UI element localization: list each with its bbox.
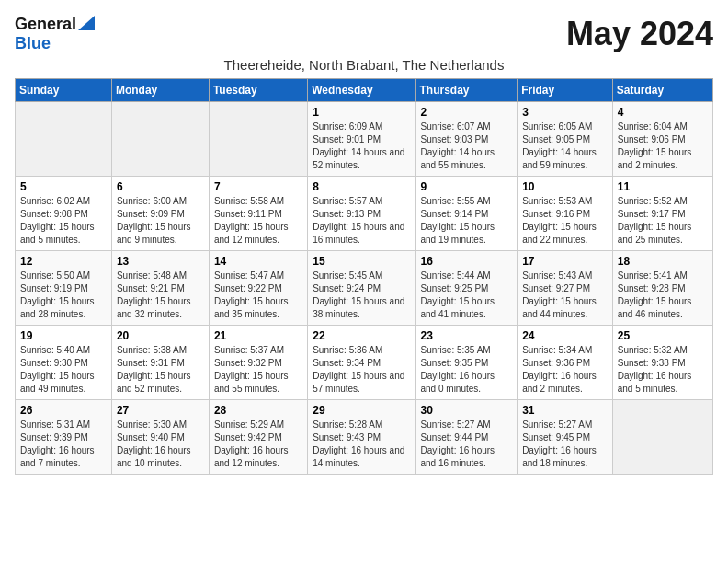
table-row: 26Sunrise: 5:31 AMSunset: 9:39 PMDayligh… — [16, 400, 112, 475]
day-number: 23 — [421, 329, 513, 342]
col-saturday: Saturday — [612, 79, 712, 102]
day-number: 26 — [20, 404, 107, 417]
day-number: 7 — [214, 180, 302, 193]
table-row — [612, 400, 712, 475]
day-number: 28 — [214, 404, 302, 417]
table-row — [209, 102, 307, 177]
day-number: 10 — [522, 180, 608, 193]
table-row: 31Sunrise: 5:27 AMSunset: 9:45 PMDayligh… — [518, 400, 613, 475]
day-number: 15 — [313, 255, 410, 268]
table-row: 2Sunrise: 6:07 AMSunset: 9:03 PMDaylight… — [415, 102, 518, 177]
day-info: Sunrise: 6:09 AMSunset: 9:01 PMDaylight:… — [313, 121, 410, 172]
day-number: 19 — [20, 329, 107, 342]
table-row: 4Sunrise: 6:04 AMSunset: 9:06 PMDaylight… — [612, 102, 712, 177]
day-info: Sunrise: 5:27 AMSunset: 9:45 PMDaylight:… — [522, 419, 608, 470]
subtitle: Theereheide, North Brabant, The Netherla… — [15, 57, 713, 73]
table-row: 17Sunrise: 5:43 AMSunset: 9:27 PMDayligh… — [518, 251, 613, 326]
table-row — [111, 102, 209, 177]
header: General Blue May 2024 — [15, 15, 713, 53]
table-row: 12Sunrise: 5:50 AMSunset: 9:19 PMDayligh… — [16, 251, 112, 326]
table-row: 6Sunrise: 6:00 AMSunset: 9:09 PMDaylight… — [111, 177, 209, 251]
table-row: 3Sunrise: 6:05 AMSunset: 9:05 PMDaylight… — [518, 102, 613, 177]
day-info: Sunrise: 5:43 AMSunset: 9:27 PMDaylight:… — [522, 270, 608, 321]
day-info: Sunrise: 5:47 AMSunset: 9:22 PMDaylight:… — [214, 270, 302, 321]
day-info: Sunrise: 5:50 AMSunset: 9:19 PMDaylight:… — [20, 270, 107, 321]
table-row: 24Sunrise: 5:34 AMSunset: 9:36 PMDayligh… — [518, 326, 613, 400]
table-row: 9Sunrise: 5:55 AMSunset: 9:14 PMDaylight… — [415, 177, 518, 251]
day-number: 17 — [522, 255, 608, 268]
day-info: Sunrise: 5:55 AMSunset: 9:14 PMDaylight:… — [421, 195, 513, 247]
day-number: 21 — [214, 329, 302, 342]
day-number: 11 — [618, 180, 708, 193]
day-number: 2 — [421, 106, 513, 119]
day-number: 14 — [214, 255, 302, 268]
calendar-week-row: 5Sunrise: 6:02 AMSunset: 9:08 PMDaylight… — [16, 177, 713, 251]
col-sunday: Sunday — [16, 79, 112, 102]
col-friday: Friday — [518, 79, 613, 102]
table-row: 30Sunrise: 5:27 AMSunset: 9:44 PMDayligh… — [415, 400, 518, 475]
col-tuesday: Tuesday — [209, 79, 307, 102]
table-row: 16Sunrise: 5:44 AMSunset: 9:25 PMDayligh… — [415, 251, 518, 326]
day-info: Sunrise: 5:57 AMSunset: 9:13 PMDaylight:… — [313, 195, 410, 247]
table-row: 10Sunrise: 5:53 AMSunset: 9:16 PMDayligh… — [518, 177, 613, 251]
day-number: 18 — [618, 255, 708, 268]
table-row: 19Sunrise: 5:40 AMSunset: 9:30 PMDayligh… — [16, 326, 112, 400]
day-info: Sunrise: 5:58 AMSunset: 9:11 PMDaylight:… — [214, 195, 302, 247]
day-number: 31 — [522, 404, 608, 417]
table-row: 5Sunrise: 6:02 AMSunset: 9:08 PMDaylight… — [16, 177, 112, 251]
day-info: Sunrise: 6:02 AMSunset: 9:08 PMDaylight:… — [20, 195, 107, 247]
day-info: Sunrise: 5:44 AMSunset: 9:25 PMDaylight:… — [421, 270, 513, 321]
logo-icon — [78, 16, 95, 30]
day-number: 6 — [117, 180, 204, 193]
day-info: Sunrise: 5:36 AMSunset: 9:34 PMDaylight:… — [313, 344, 410, 396]
day-number: 24 — [522, 329, 608, 342]
logo-blue-text: Blue — [15, 34, 51, 52]
col-monday: Monday — [111, 79, 209, 102]
day-info: Sunrise: 5:31 AMSunset: 9:39 PMDaylight:… — [20, 419, 107, 470]
table-row: 13Sunrise: 5:48 AMSunset: 9:21 PMDayligh… — [111, 251, 209, 326]
table-row: 18Sunrise: 5:41 AMSunset: 9:28 PMDayligh… — [612, 251, 712, 326]
calendar-week-row: 19Sunrise: 5:40 AMSunset: 9:30 PMDayligh… — [16, 326, 713, 400]
day-number: 4 — [618, 106, 708, 119]
table-row: 27Sunrise: 5:30 AMSunset: 9:40 PMDayligh… — [111, 400, 209, 475]
table-row: 20Sunrise: 5:38 AMSunset: 9:31 PMDayligh… — [111, 326, 209, 400]
day-info: Sunrise: 5:53 AMSunset: 9:16 PMDaylight:… — [522, 195, 608, 247]
logo-general-text: General — [15, 15, 76, 34]
table-row: 15Sunrise: 5:45 AMSunset: 9:24 PMDayligh… — [308, 251, 415, 326]
calendar-header-row: Sunday Monday Tuesday Wednesday Thursday… — [16, 79, 713, 102]
day-number: 29 — [313, 404, 410, 417]
table-row: 29Sunrise: 5:28 AMSunset: 9:43 PMDayligh… — [308, 400, 415, 475]
table-row — [16, 102, 112, 177]
svg-marker-0 — [78, 16, 95, 30]
table-row: 1Sunrise: 6:09 AMSunset: 9:01 PMDaylight… — [308, 102, 415, 177]
day-number: 5 — [20, 180, 107, 193]
day-number: 27 — [117, 404, 204, 417]
logo: General Blue — [15, 15, 95, 53]
day-number: 3 — [522, 106, 608, 119]
day-info: Sunrise: 5:40 AMSunset: 9:30 PMDaylight:… — [20, 344, 107, 396]
day-info: Sunrise: 6:05 AMSunset: 9:05 PMDaylight:… — [522, 121, 608, 172]
day-number: 22 — [313, 329, 410, 342]
day-number: 30 — [421, 404, 513, 417]
calendar-week-row: 26Sunrise: 5:31 AMSunset: 9:39 PMDayligh… — [16, 400, 713, 475]
day-number: 13 — [117, 255, 204, 268]
day-number: 20 — [117, 329, 204, 342]
day-info: Sunrise: 5:41 AMSunset: 9:28 PMDaylight:… — [618, 270, 708, 321]
day-info: Sunrise: 5:35 AMSunset: 9:35 PMDaylight:… — [421, 344, 513, 396]
table-row: 14Sunrise: 5:47 AMSunset: 9:22 PMDayligh… — [209, 251, 307, 326]
day-info: Sunrise: 5:37 AMSunset: 9:32 PMDaylight:… — [214, 344, 302, 396]
day-info: Sunrise: 5:27 AMSunset: 9:44 PMDaylight:… — [421, 419, 513, 470]
table-row: 11Sunrise: 5:52 AMSunset: 9:17 PMDayligh… — [612, 177, 712, 251]
day-info: Sunrise: 5:34 AMSunset: 9:36 PMDaylight:… — [522, 344, 608, 396]
table-row: 7Sunrise: 5:58 AMSunset: 9:11 PMDaylight… — [209, 177, 307, 251]
calendar-week-row: 1Sunrise: 6:09 AMSunset: 9:01 PMDaylight… — [16, 102, 713, 177]
day-number: 12 — [20, 255, 107, 268]
day-number: 1 — [313, 106, 410, 119]
day-info: Sunrise: 6:07 AMSunset: 9:03 PMDaylight:… — [421, 121, 513, 172]
day-info: Sunrise: 5:52 AMSunset: 9:17 PMDaylight:… — [618, 195, 708, 247]
col-thursday: Thursday — [415, 79, 518, 102]
table-row: 28Sunrise: 5:29 AMSunset: 9:42 PMDayligh… — [209, 400, 307, 475]
calendar-table: Sunday Monday Tuesday Wednesday Thursday… — [15, 78, 713, 475]
table-row: 25Sunrise: 5:32 AMSunset: 9:38 PMDayligh… — [612, 326, 712, 400]
day-info: Sunrise: 6:04 AMSunset: 9:06 PMDaylight:… — [618, 121, 708, 172]
